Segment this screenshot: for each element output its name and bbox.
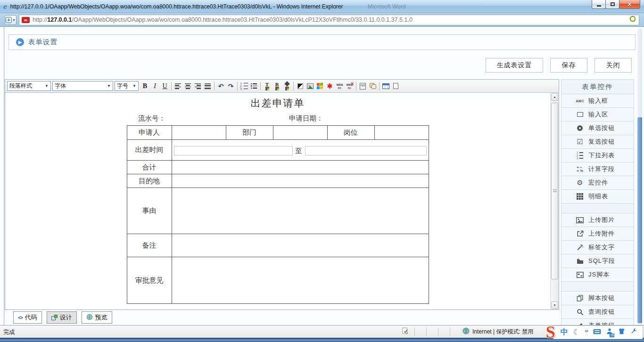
remarks-cell[interactable] [172,234,429,257]
control-query-button[interactable]: 查询按钮 [561,305,634,319]
tab-design[interactable]: 设计 [47,311,77,324]
redo-button[interactable]: ↷ [226,81,236,91]
user-icon[interactable]: 28 [606,328,613,336]
align-center-button[interactable] [183,81,193,91]
url-field[interactable]: ∞ http://127.0.0.1/OAapp/WebObjects/OAap… [19,15,639,25]
control-js-script[interactable]: JS脚本 [561,268,634,282]
copy-icon [576,295,584,301]
scroll-down-button[interactable]: ▼ [551,301,558,309]
control-calculated-field[interactable]: + −× % 计算字段 [561,163,634,176]
position-cell[interactable] [374,126,429,140]
scroll-up-button[interactable]: ▲ [551,93,558,101]
reason-cell[interactable] [172,188,429,234]
ime-language-toggle[interactable]: 中 [561,327,568,337]
control-checkbox[interactable]: ☑ 复选按钮 [561,135,634,149]
control-dropdown-list[interactable]: 1 2 3 下拉列表 [561,149,634,163]
chevron-down-icon: ▼ [107,84,111,88]
page-scrollbar-thumb[interactable] [637,117,642,323]
insert-table-button[interactable] [381,81,391,91]
paste-word-button[interactable] [368,81,378,91]
department-cell[interactable] [273,126,327,140]
editor-scrollbar[interactable]: ▲ ▼ [550,93,559,309]
control-upload-attachment[interactable]: 上传附件 [561,227,634,241]
flash-icon: ✱ [327,82,333,90]
control-macro[interactable]: ⚙ 宏控件 [561,176,634,190]
code-icon: <> [18,315,23,320]
underline-button[interactable]: U [160,81,170,91]
control-input-box[interactable]: ABC 输入框 [561,94,634,108]
dropdown-list-icon: 1 2 3 [576,152,584,159]
font-select[interactable]: 字体▼ [52,81,113,91]
ordered-list-button[interactable]: 1 2 3 [239,81,249,91]
divider [426,327,427,336]
refresh-go-icon[interactable] [629,15,636,24]
horizontal-rule-button[interactable] [295,81,305,91]
save-button[interactable]: 保存 [550,58,587,73]
align-right-icon [195,83,201,89]
page-scrollbar[interactable] [637,29,642,325]
maximize-button[interactable] [605,0,619,9]
divider [414,327,415,336]
control-input-area[interactable]: 输入区 [561,108,634,122]
punctuation-toggle[interactable]: °’ [585,329,588,336]
site-favicon: ∞ [22,17,30,23]
align-justify-button[interactable] [203,81,213,91]
text-color-button[interactable]: T [262,81,272,91]
web-unlink-icon: WEB∞✕ [347,83,353,89]
divider [438,327,438,336]
insert-media-button[interactable] [315,81,325,91]
scrollbar-thumb[interactable] [551,103,558,279]
table-row: 申请人 部门 岗位 [127,126,429,140]
font-size-select[interactable]: 字号▼ [115,81,139,91]
approval-cell[interactable] [172,257,429,304]
applicant-cell[interactable] [172,126,226,140]
align-left-button[interactable] [173,81,183,91]
insert-flash-button[interactable]: ✱ [325,81,335,91]
close-icon: ✕ [627,1,632,8]
align-right-button[interactable] [193,81,203,91]
arrow-right-icon: ▶ [16,38,24,46]
control-upload-image[interactable]: 上传图片 [561,213,634,227]
keyboard-icon[interactable] [593,328,601,336]
total-cell[interactable] [172,161,429,174]
generate-table-settings-button[interactable]: 生成表设置 [486,58,543,73]
form-table: 申请人 部门 岗位 出差时间 至 [127,125,429,304]
sogou-logo-icon[interactable]: S [546,324,555,340]
compatibility-view-button[interactable]: + ▼ [5,15,17,25]
tab-code[interactable]: <> 代码 [13,311,42,324]
align-justify-icon [205,83,211,89]
control-script-button[interactable]: 脚本按钮 [561,292,634,305]
paste-text-button[interactable]: xyz [358,81,368,91]
control-detail-table[interactable]: 明细表 [561,190,634,204]
control-radio-button[interactable]: 单选按钮 [561,122,634,135]
remove-link-button[interactable]: WEB∞✕ [345,81,355,91]
control-sql-field[interactable]: SQL字段 [561,254,634,268]
editor-canvas[interactable]: 出差申请单 流水号： 申请日期： 申请人 部门 岗位 [5,93,550,309]
bold-button[interactable]: B [140,81,150,91]
control-label-text[interactable]: 标签文字 [561,241,634,254]
trip-end-input[interactable] [305,146,427,155]
page-content: ▶ 表单设置 生成表设置 保存 关闭 段落样式▼ 字体▼ 字号▼ B I U [0,27,644,325]
trip-start-input[interactable] [174,146,293,155]
new-document-button[interactable] [391,81,401,91]
close-button[interactable]: ✕ [619,0,640,9]
minimize-button[interactable] [592,0,606,9]
background-color-button[interactable]: B [272,81,282,91]
destination-cell[interactable] [172,174,429,188]
wrench-icon[interactable] [630,328,637,336]
folder-icon [576,258,584,264]
close-page-button[interactable]: 关闭 [594,58,632,73]
insert-link-button[interactable]: WEB∞ [335,81,345,91]
skin-shirt-icon[interactable] [618,328,625,336]
unordered-list-button[interactable] [249,81,259,91]
tab-preview[interactable]: 预览 [82,311,112,324]
insert-image-button[interactable] [305,81,315,91]
paragraph-style-select[interactable]: 段落样式▼ [7,81,51,91]
status-right-cluster: Internet | 保护模式: 禁用 [402,327,533,336]
fill-color-button[interactable] [282,81,292,91]
moon-icon[interactable]: ☾ [573,328,579,336]
ime-toolbar: S 中 ☾ °’ 28 [546,323,643,341]
ime-strip: 中 ☾ °’ 28 [553,326,643,339]
undo-button[interactable]: ↶ [216,81,226,91]
italic-button[interactable]: I [150,81,160,91]
